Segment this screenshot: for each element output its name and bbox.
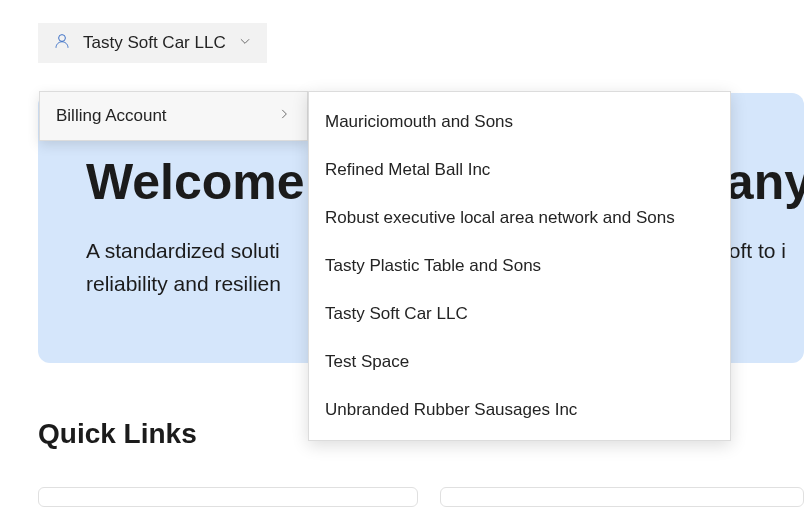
billing-account-submenu: Mauriciomouth and Sons Refined Metal Bal…: [308, 91, 731, 441]
submenu-item[interactable]: Robust executive local area network and …: [309, 194, 730, 242]
submenu-item[interactable]: Refined Metal Ball Inc: [309, 146, 730, 194]
account-selector-label: Tasty Soft Car LLC: [83, 33, 226, 53]
submenu-item[interactable]: Tasty Plastic Table and Sons: [309, 242, 730, 290]
submenu-item[interactable]: Tasty Soft Car LLC: [309, 290, 730, 338]
submenu-item[interactable]: Mauriciomouth and Sons: [309, 98, 730, 146]
submenu-item[interactable]: Unbranded Rubber Sausages Inc: [309, 386, 730, 434]
quick-link-card[interactable]: [440, 487, 804, 507]
chevron-down-icon: [238, 34, 252, 52]
person-icon: [53, 32, 71, 54]
dropdown-item-label: Billing Account: [56, 106, 167, 126]
account-dropdown-panel: Billing Account: [39, 91, 308, 141]
quick-link-card[interactable]: [38, 487, 418, 507]
chevron-right-icon: [277, 106, 291, 126]
quick-links-heading: Quick Links: [38, 418, 197, 450]
dropdown-item-billing-account[interactable]: Billing Account: [40, 92, 307, 140]
account-selector[interactable]: Tasty Soft Car LLC: [38, 23, 267, 63]
submenu-item[interactable]: Test Space: [309, 338, 730, 386]
svg-point-0: [59, 35, 66, 42]
